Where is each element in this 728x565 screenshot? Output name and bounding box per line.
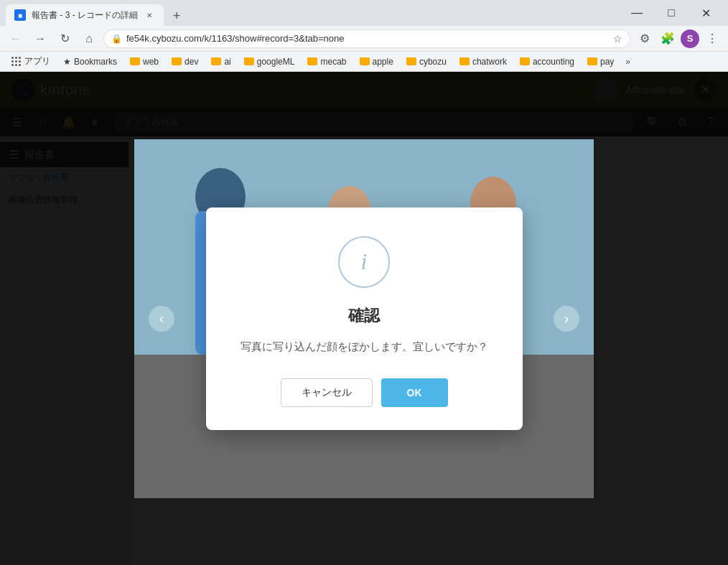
bookmark-apple[interactable]: apple (354, 54, 399, 70)
bookmark-chatwork[interactable]: chatwork (454, 54, 513, 70)
page-content: 🐾 kintone Administrator ✕ ☰ ⌂ 🔔 ★ (0, 72, 728, 565)
bookmark-label-pay: pay (600, 57, 614, 67)
active-tab[interactable]: ■ 報告書 - 3 - レコードの詳細 ✕ (6, 4, 164, 26)
url-bar[interactable]: 🔒 fe54k.cybozu.com/k/1163/show#record=3&… (103, 29, 630, 48)
extensions-button[interactable]: ⚙ (635, 29, 655, 49)
minimize-button[interactable]: — (620, 2, 653, 24)
dialog-info-icon-wrap: i (338, 236, 390, 288)
star-icon: ★ (63, 57, 71, 67)
browser-frame: ■ 報告書 - 3 - レコードの詳細 ✕ + — □ ✕ ← → ↻ ⌂ 🔒 … (0, 0, 728, 565)
bookmark-star-icon[interactable]: ☆ (613, 33, 622, 45)
address-bar: ← → ↻ ⌂ 🔒 fe54k.cybozu.com/k/1163/show#r… (0, 26, 728, 52)
bookmark-dev[interactable]: dev (166, 54, 204, 70)
folder-icon (172, 57, 182, 65)
tab-favicon: ■ (14, 9, 26, 21)
bookmark-label-cybozu: cybozu (419, 57, 447, 67)
close-button[interactable]: ✕ (689, 2, 722, 24)
folder-icon (130, 57, 140, 65)
bookmark-label-accounting: accounting (533, 57, 574, 67)
profile-icon[interactable]: S (681, 29, 699, 48)
dialog-title: 確認 (348, 305, 380, 327)
window-controls: — □ ✕ (620, 2, 722, 24)
bookmark-googleml[interactable]: googleML (238, 54, 301, 70)
bookmark-label-chatwork: chatwork (472, 57, 507, 67)
apps-grid-icon (11, 57, 22, 67)
bookmark-accounting[interactable]: accounting (514, 54, 580, 70)
cancel-button[interactable]: キャンセル (281, 378, 373, 407)
bookmark-label-ai: ai (224, 57, 230, 67)
bookmark-bookmarks[interactable]: ★ Bookmarks (57, 54, 123, 70)
bookmark-label-mecab: mecab (320, 57, 346, 67)
reload-button[interactable]: ↻ (55, 29, 75, 49)
tab-title: 報告書 - 3 - レコードの詳細 (32, 9, 138, 22)
folder-icon (459, 57, 470, 65)
bookmark-pay[interactable]: pay (582, 54, 620, 70)
title-bar: ■ 報告書 - 3 - レコードの詳細 ✕ + — □ ✕ (0, 0, 728, 26)
folder-icon (307, 57, 317, 65)
url-text: fe54k.cybozu.com/k/1163/show#record=3&ta… (126, 33, 609, 44)
bookmark-label-dev: dev (185, 57, 198, 67)
ok-button[interactable]: OK (381, 378, 448, 407)
bookmark-label-googleml: googleML (257, 57, 295, 67)
apps-label: アプリ (24, 55, 50, 67)
bookmark-mecab[interactable]: mecab (302, 54, 352, 70)
back-button[interactable]: ← (6, 29, 26, 49)
confirmation-dialog: i 確認 写真に写り込んだ顔をぼかします。宜しいですか？ キャンセル OK (206, 207, 523, 430)
folder-icon (211, 57, 221, 65)
tab-close-button[interactable]: ✕ (144, 9, 155, 21)
folder-icon (587, 57, 597, 65)
bookmark-label-web: web (143, 57, 159, 67)
info-icon: i (361, 248, 368, 275)
bookmark-cybozu[interactable]: cybozu (401, 54, 452, 70)
bookmark-label-bookmarks: Bookmarks (74, 57, 117, 67)
folder-icon (406, 57, 416, 65)
tabs-area: ■ 報告書 - 3 - レコードの詳細 ✕ + (6, 0, 620, 26)
more-bookmarks-button[interactable]: » (622, 55, 633, 68)
bookmarks-bar: アプリ ★ Bookmarks web dev ai googleML meca… (0, 52, 728, 72)
forward-button[interactable]: → (30, 29, 50, 49)
dialog-overlay: i 確認 写真に写り込んだ顔をぼかします。宜しいですか？ キャンセル OK (0, 72, 728, 565)
maximize-button[interactable]: □ (655, 2, 688, 24)
lock-icon: 🔒 (111, 34, 122, 44)
home-button[interactable]: ⌂ (79, 29, 99, 49)
new-tab-button[interactable]: + (167, 6, 187, 26)
apps-bookmark[interactable]: アプリ (6, 54, 56, 70)
folder-icon (360, 57, 370, 65)
dialog-buttons: キャンセル OK (241, 378, 488, 407)
bookmark-web[interactable]: web (124, 54, 164, 70)
bookmark-label-apple: apple (373, 57, 393, 67)
bookmark-ai[interactable]: ai (205, 54, 236, 70)
puzzle-icon[interactable]: 🧩 (658, 29, 678, 49)
dialog-message: 写真に写り込んだ顔をぼかします。宜しいですか？ (241, 338, 488, 355)
folder-icon (244, 57, 254, 65)
toolbar-icons: ⚙ 🧩 S ⋮ (635, 29, 722, 49)
menu-button[interactable]: ⋮ (702, 29, 722, 49)
folder-icon (520, 57, 530, 65)
